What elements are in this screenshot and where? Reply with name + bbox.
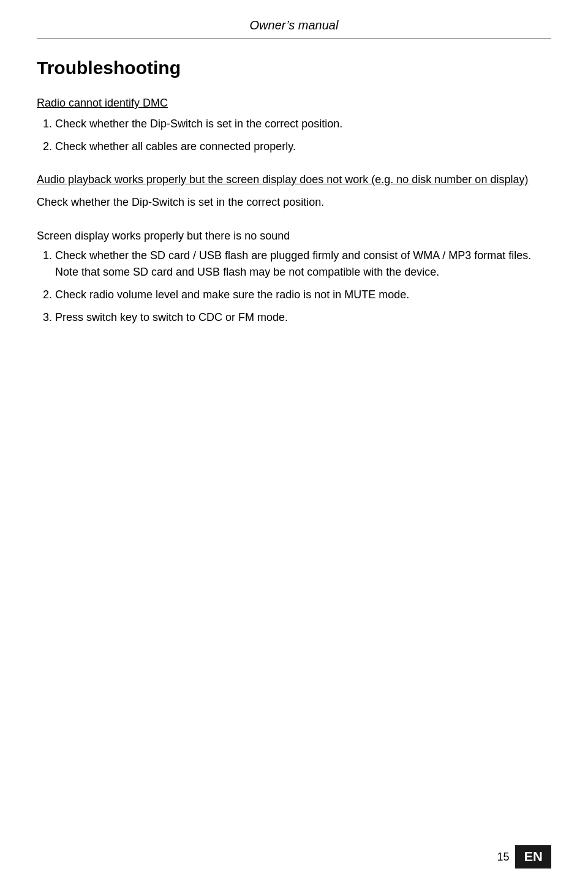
list-item: Check whether the SD card / USB flash ar… bbox=[55, 247, 551, 281]
list-item: Press switch key to switch to CDC or FM … bbox=[55, 309, 551, 326]
section-heading-screen: Screen display works properly but there … bbox=[37, 230, 551, 243]
page-header: Owner’s manual bbox=[37, 18, 551, 39]
section-audio-playback: Audio playback works properly but the sc… bbox=[37, 173, 551, 211]
screen-display-list: Check whether the SD card / USB flash ar… bbox=[55, 247, 551, 326]
radio-list: Check whether the Dip-Switch is set in t… bbox=[55, 116, 551, 155]
list-item: Check radio volume level and make sure t… bbox=[55, 287, 551, 303]
language-badge: EN bbox=[515, 845, 551, 869]
section-screen-display: Screen display works properly but there … bbox=[37, 230, 551, 326]
header-title: Owner’s manual bbox=[250, 18, 339, 32]
list-item: Check whether the Dip-Switch is set in t… bbox=[55, 116, 551, 132]
page-footer: 15 EN bbox=[497, 845, 551, 869]
list-item: Check whether all cables are connected p… bbox=[55, 138, 551, 155]
page-number: 15 bbox=[497, 851, 509, 864]
section-radio-cannot-identify: Radio cannot identify DMC Check whether … bbox=[37, 97, 551, 155]
page-container: Owner’s manual Troubleshooting Radio can… bbox=[0, 0, 588, 893]
page-title: Troubleshooting bbox=[37, 58, 551, 78]
section-heading-radio: Radio cannot identify DMC bbox=[37, 97, 551, 110]
section-heading-audio: Audio playback works properly but the sc… bbox=[37, 173, 551, 186]
audio-body-text: Check whether the Dip-Switch is set in t… bbox=[37, 194, 551, 211]
